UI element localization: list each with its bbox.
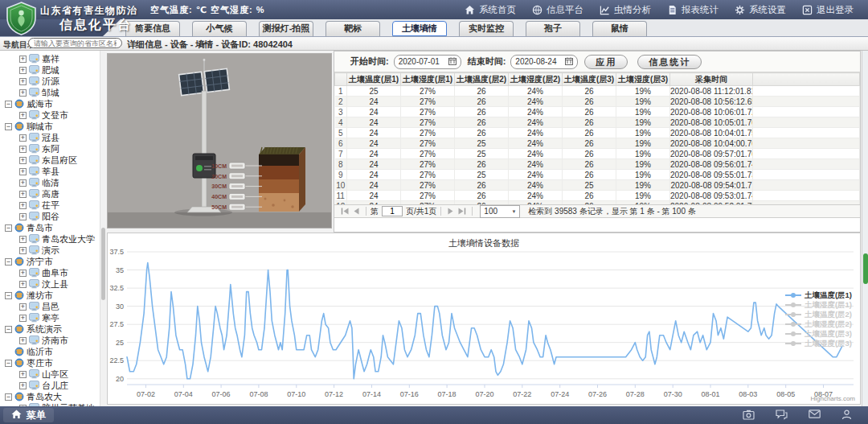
- page-scrollbar-thumb[interactable]: [863, 253, 868, 284]
- calendar-icon[interactable]: [565, 57, 573, 67]
- tree-node-device[interactable]: +台儿庄: [0, 380, 104, 391]
- expand-toggle-icon[interactable]: +: [19, 179, 27, 187]
- tree-node-device[interactable]: +临清: [0, 177, 104, 188]
- chat-icon[interactable]: [776, 410, 788, 420]
- tree-node-city[interactable]: −青岛农大: [0, 391, 104, 402]
- footer-menu-button[interactable]: 菜单: [3, 408, 54, 422]
- tree-node-device[interactable]: +青岛农业大学: [0, 233, 104, 245]
- start-date-input[interactable]: 2020-07-01: [394, 55, 461, 69]
- tree-node-device[interactable]: +茌平: [0, 200, 104, 211]
- legend-item[interactable]: 土壤温度(层1): [785, 291, 852, 300]
- pager-next-button[interactable]: [445, 208, 456, 215]
- table-row[interactable]: 22427%2624%2619%2020-08-08 10:56:12.657: [335, 97, 860, 107]
- table-row[interactable]: 82427%2624%2619%2020-08-08 09:56:01.747: [335, 159, 860, 170]
- pager-first-button[interactable]: [339, 208, 351, 215]
- expand-toggle-icon[interactable]: +: [19, 157, 27, 164]
- menu-logout[interactable]: 退出登录: [794, 4, 862, 16]
- table-row[interactable]: 32427%2624%2619%2020-08-08 10:06:01.72: [335, 107, 860, 117]
- page-size-select[interactable]: 100 ▼: [480, 205, 520, 218]
- menu-pest-analysis[interactable]: 虫情分析: [592, 4, 659, 16]
- expand-toggle-icon[interactable]: +: [19, 247, 27, 254]
- table-row[interactable]: 92427%2524%2619%2020-08-08 09:55:01.73: [335, 170, 860, 180]
- expand-toggle-icon[interactable]: +: [19, 213, 27, 220]
- tree-node-device[interactable]: +阳谷: [0, 211, 104, 222]
- tree-node-device[interactable]: +肥城: [0, 64, 104, 76]
- menu-system-settings[interactable]: 系统设置: [727, 4, 794, 16]
- tree-node-device[interactable]: +曲阜市: [0, 267, 104, 278]
- expand-toggle-icon[interactable]: +: [19, 337, 27, 344]
- page-scrollbar[interactable]: [862, 51, 868, 406]
- expand-toggle-icon[interactable]: −: [5, 326, 12, 333]
- sidebar-scrollbar[interactable]: [100, 51, 105, 406]
- tree-node-city[interactable]: −聊城市: [0, 121, 104, 132]
- tree-node-device[interactable]: +文登市: [0, 109, 104, 121]
- tree-node-device[interactable]: +邹城: [0, 87, 104, 98]
- calendar-icon[interactable]: [448, 57, 457, 67]
- expand-toggle-icon[interactable]: −: [5, 258, 12, 266]
- expand-toggle-icon[interactable]: +: [19, 202, 27, 209]
- legend-item[interactable]: 土壤温度(层3): [785, 330, 852, 339]
- expand-toggle-icon[interactable]: +: [19, 281, 27, 288]
- table-row[interactable]: 62427%2524%2619%2020-08-08 10:04:00.76: [335, 138, 860, 149]
- tree-node-city[interactable]: 临沂市: [0, 346, 104, 357]
- table-row[interactable]: 42427%2624%2619%2020-08-08 10:05:01.763: [335, 117, 860, 128]
- tree-node-city[interactable]: −系统演示: [0, 323, 104, 335]
- legend-item[interactable]: 土壤湿度(层1): [785, 301, 852, 310]
- page-number-input[interactable]: [382, 206, 403, 216]
- table-row[interactable]: 72427%2524%2619%2020-08-08 09:57:01.76: [335, 149, 860, 159]
- tab-report-lamp-photo[interactable]: 测报灯-拍照: [259, 21, 313, 36]
- expand-toggle-icon[interactable]: −: [5, 224, 12, 232]
- tree-node-city[interactable]: −青岛市: [0, 222, 104, 233]
- tree-node-device[interactable]: +寒亭: [0, 312, 104, 323]
- mail-icon[interactable]: [809, 410, 821, 420]
- tree-node-device[interactable]: +演示: [0, 245, 104, 256]
- tree-node-device[interactable]: +济南市: [0, 335, 104, 346]
- legend-item[interactable]: 土壤湿度(层2): [785, 320, 852, 329]
- tree-node-device[interactable]: +东昌府区: [0, 154, 104, 166]
- expand-toggle-icon[interactable]: +: [19, 56, 27, 63]
- tab-soil-moisture[interactable]: 土壤墒情: [392, 21, 447, 36]
- tree-node-city[interactable]: −济宁市: [0, 256, 104, 267]
- expand-toggle-icon[interactable]: −: [5, 393, 12, 401]
- photo-icon[interactable]: [743, 410, 755, 420]
- expand-toggle-icon[interactable]: +: [19, 371, 27, 378]
- tree-node-city[interactable]: −潍坊市: [0, 290, 104, 301]
- legend-item[interactable]: 土壤湿度(层3): [785, 340, 852, 348]
- expand-toggle-icon[interactable]: +: [19, 270, 27, 277]
- info-stats-button[interactable]: 信息统计: [637, 55, 702, 69]
- menu-home[interactable]: 系统首页: [457, 4, 524, 16]
- tab-realtime-monitor[interactable]: 实时监控: [459, 21, 514, 36]
- user-icon[interactable]: [841, 410, 852, 420]
- tab-target[interactable]: 靶标: [326, 21, 380, 36]
- expand-toggle-icon[interactable]: +: [19, 303, 27, 311]
- tree-node-device[interactable]: +沂源: [0, 76, 104, 87]
- expand-toggle-icon[interactable]: +: [19, 67, 27, 74]
- pager-last-button[interactable]: [456, 208, 468, 215]
- expand-toggle-icon[interactable]: +: [19, 315, 27, 322]
- expand-toggle-icon[interactable]: −: [5, 101, 12, 108]
- table-row[interactable]: 112427%2624%2619%2020-08-08 09:53:01.74: [335, 191, 860, 201]
- table-row[interactable]: 52427%2624%2619%2020-08-08 10:04:01.75: [335, 128, 860, 138]
- expand-toggle-icon[interactable]: −: [5, 360, 12, 367]
- legend-item[interactable]: 土壤温度(层2): [785, 311, 852, 319]
- tree-node-city[interactable]: −枣庄市: [0, 357, 104, 368]
- expand-toggle-icon[interactable]: +: [19, 382, 27, 389]
- expand-toggle-icon[interactable]: +: [19, 112, 27, 119]
- tree-node-device[interactable]: +高唐: [0, 188, 104, 200]
- expand-toggle-icon[interactable]: +: [19, 89, 27, 97]
- expand-toggle-icon[interactable]: −: [5, 123, 12, 130]
- menu-report-stats[interactable]: 报表统计: [659, 4, 727, 16]
- apply-button[interactable]: 应用: [584, 55, 628, 69]
- tab-rodent[interactable]: 鼠情: [592, 21, 647, 36]
- expand-toggle-icon[interactable]: +: [19, 191, 27, 198]
- tree-node-device[interactable]: +莘县: [0, 166, 104, 177]
- tree-node-device[interactable]: +冠县: [0, 132, 104, 143]
- tree-node-device[interactable]: +东阿: [0, 143, 104, 154]
- expand-toggle-icon[interactable]: +: [19, 134, 27, 142]
- menu-info-platform[interactable]: 信息平台: [524, 4, 592, 16]
- tree-node-device[interactable]: +汶上县: [0, 278, 104, 290]
- tree-node-device[interactable]: +嘉祥: [0, 53, 104, 64]
- expand-toggle-icon[interactable]: +: [19, 168, 27, 175]
- expand-toggle-icon[interactable]: −: [5, 292, 12, 299]
- region-search-input[interactable]: [28, 38, 122, 48]
